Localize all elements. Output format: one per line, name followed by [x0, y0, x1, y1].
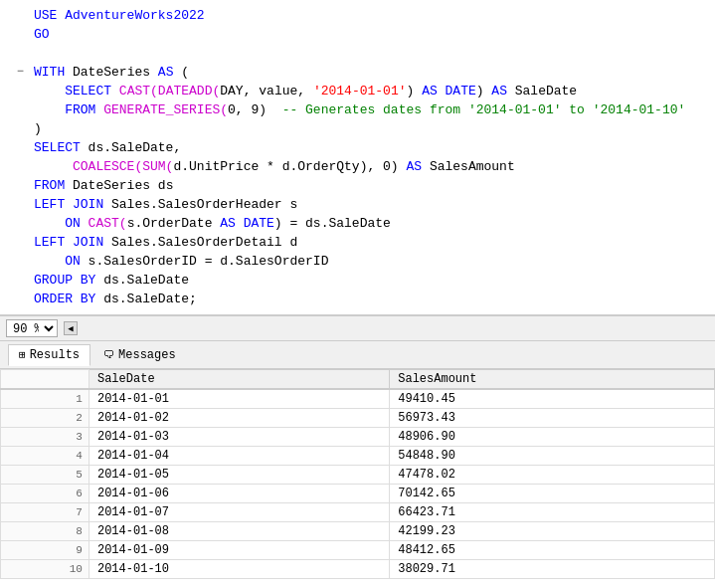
cell-salesamount: 66423.71	[390, 503, 715, 522]
tab-messages[interactable]: 🗨 Messages	[92, 344, 187, 366]
row-number: 6	[1, 485, 89, 503]
row-number: 2	[1, 409, 89, 428]
cell-salesamount: 54848.90	[390, 447, 715, 466]
row-number: 8	[1, 522, 89, 541]
code-line: FROM GENERATE_SERIES(0, 9) -- Generates …	[0, 100, 715, 119]
row-num-header	[1, 370, 89, 390]
line-content: WITH DateSeries AS (	[30, 63, 715, 82]
token: s.OrderDate	[127, 216, 221, 231]
code-line: ORDER BY ds.SaleDate;	[0, 290, 715, 308]
token: AS DATE	[220, 216, 274, 231]
code-line: ON CAST(s.OrderDate AS DATE) = ds.SaleDa…	[0, 214, 715, 233]
table-row: 52014-01-0547478.02	[1, 466, 715, 485]
col-salesamount: SalesAmount	[390, 370, 715, 390]
token: DATEADD(	[158, 84, 220, 98]
zoom-bar: 90 % 100 % 75 % ◀	[0, 315, 715, 341]
token: AS DATE	[422, 84, 476, 98]
token: ORDER BY	[34, 292, 103, 306]
zoom-select[interactable]: 90 % 100 % 75 %	[6, 319, 58, 337]
code-line: )	[0, 119, 715, 138]
cell-saledate: 2014-01-04	[89, 447, 389, 466]
msg-icon: 🗨	[103, 348, 114, 361]
token: SalesAmount	[422, 159, 515, 174]
token: Sales.SalesOrderDetail d	[111, 235, 297, 250]
row-number: 1	[1, 389, 89, 409]
grid-icon: ⊞	[19, 348, 26, 361]
token: SUM(	[142, 159, 173, 174]
table-row: 22014-01-0256973.43	[1, 409, 715, 428]
token: DateSeries	[65, 65, 158, 80]
token: ) = ds.SaleDate	[274, 216, 391, 231]
token: LEFT JOIN	[34, 235, 111, 250]
table-row: 42014-01-0454848.90	[1, 447, 715, 466]
tabs-bar: ⊞ Results 🗨 Messages	[0, 341, 715, 369]
token: CAST(	[119, 84, 158, 98]
cell-saledate: 2014-01-10	[89, 560, 389, 579]
token: GENERATE_SERIES(	[103, 102, 228, 117]
line-gutter: −	[0, 63, 30, 82]
token: 0, 9)	[228, 102, 282, 117]
token: DAY	[220, 84, 243, 98]
cell-salesamount: 47478.02	[390, 466, 715, 485]
cell-saledate: 2014-01-05	[89, 466, 389, 485]
scroll-left-arrow[interactable]: ◀	[64, 321, 78, 335]
cell-salesamount: 38029.71	[390, 560, 715, 579]
code-line: FROM DateSeries ds	[0, 176, 715, 195]
token: USE AdventureWorks2022	[34, 8, 205, 23]
results-area[interactable]: SaleDate SalesAmount 12014-01-0149410.45…	[0, 369, 715, 579]
collapse-icon[interactable]: −	[17, 65, 24, 79]
token: ds.SaleDate;	[103, 292, 197, 306]
token: SELECT	[34, 84, 119, 98]
code-line: LEFT JOIN Sales.SalesOrderHeader s	[0, 195, 715, 214]
line-content: LEFT JOIN Sales.SalesOrderDetail d	[30, 233, 715, 252]
cell-salesamount: 70142.65	[390, 485, 715, 503]
line-content	[30, 44, 715, 63]
editor-area: USE AdventureWorks2022GO −WITH DateSerie…	[0, 0, 715, 315]
row-number: 4	[1, 447, 89, 466]
row-number: 9	[1, 541, 89, 560]
token: FROM	[34, 102, 103, 117]
code-line: GROUP BY ds.SaleDate	[0, 271, 715, 290]
tab-results-label: Results	[30, 348, 80, 362]
table-header-row: SaleDate SalesAmount	[1, 370, 715, 390]
token: Sales.SalesOrderHeader s	[111, 197, 297, 212]
cell-saledate: 2014-01-08	[89, 522, 389, 541]
token: '2014-01-01'	[313, 84, 407, 98]
cell-salesamount: 48906.90	[390, 428, 715, 447]
results-table: SaleDate SalesAmount 12014-01-0149410.45…	[0, 369, 715, 579]
code-line: GO	[0, 25, 715, 44]
token: LEFT JOIN	[34, 197, 111, 212]
table-row: 62014-01-0670142.65	[1, 485, 715, 503]
code-line: SELECT ds.SaleDate,	[0, 138, 715, 157]
cell-saledate: 2014-01-07	[89, 503, 389, 522]
cell-salesamount: 48412.65	[390, 541, 715, 560]
line-content: USE AdventureWorks2022	[30, 6, 715, 25]
cell-saledate: 2014-01-09	[89, 541, 389, 560]
token: COALESCE(	[34, 159, 142, 174]
token: d.UnitPrice * d.OrderQty), 0)	[173, 159, 406, 174]
tab-results[interactable]: ⊞ Results	[8, 344, 90, 366]
row-number: 3	[1, 428, 89, 447]
code-line	[0, 44, 715, 63]
token: WITH	[34, 65, 65, 80]
token: AS	[406, 159, 422, 174]
cell-saledate: 2014-01-03	[89, 428, 389, 447]
cell-saledate: 2014-01-02	[89, 409, 389, 428]
col-saledate: SaleDate	[89, 370, 389, 390]
code-line: USE AdventureWorks2022	[0, 6, 715, 25]
token: )	[34, 121, 42, 136]
token: (	[173, 65, 189, 80]
table-row: 72014-01-0766423.71	[1, 503, 715, 522]
token: CAST(	[89, 216, 127, 231]
token: ON	[34, 254, 89, 269]
code-line: ON s.SalesOrderID = d.SalesOrderID	[0, 252, 715, 271]
cell-saledate: 2014-01-06	[89, 485, 389, 503]
token: ds.SaleDate	[103, 273, 189, 288]
cell-salesamount: 49410.45	[390, 389, 715, 409]
token: )	[407, 84, 423, 98]
code-line: SELECT CAST(DATEADD(DAY, value, '2014-01…	[0, 82, 715, 100]
tab-messages-label: Messages	[118, 348, 176, 362]
token: SELECT	[34, 140, 89, 155]
line-content: FROM GENERATE_SERIES(0, 9) -- Generates …	[30, 100, 715, 119]
table-row: 102014-01-1038029.71	[1, 560, 715, 579]
